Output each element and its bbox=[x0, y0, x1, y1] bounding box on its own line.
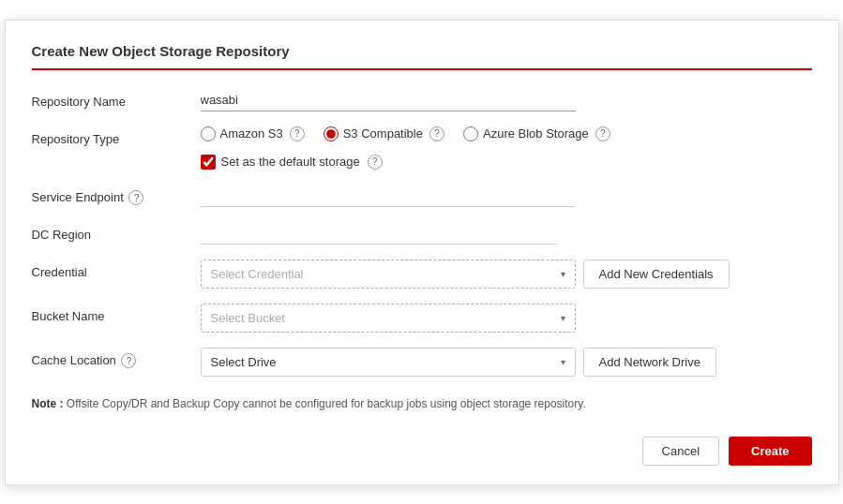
create-storage-dialog: Create New Object Storage Repository Rep… bbox=[5, 20, 839, 485]
credential-content: Select Credential ▾ Add New Credentials bbox=[201, 259, 812, 289]
service-endpoint-content bbox=[201, 185, 812, 207]
bucket-name-content: Select Bucket ▾ bbox=[201, 304, 812, 333]
drive-dropdown[interactable]: Select Drive ▾ bbox=[201, 348, 576, 377]
credential-label: Credential bbox=[32, 259, 201, 279]
repo-type-radio-group: Amazon S3 ? S3 Compatible ? Azure Blob S… bbox=[201, 126, 610, 141]
bucket-dropdown[interactable]: Select Bucket ▾ bbox=[201, 304, 576, 333]
repo-name-content bbox=[201, 89, 812, 111]
credential-row: Credential Select Credential ▾ Add New C… bbox=[32, 259, 812, 289]
repo-name-label: Repository Name bbox=[32, 89, 201, 109]
radio-amazon-s3-label: Amazon S3 bbox=[220, 126, 283, 141]
service-endpoint-label: Service Endpoint ? bbox=[32, 185, 201, 206]
cache-location-label: Cache Location ? bbox=[32, 348, 201, 369]
cancel-button[interactable]: Cancel bbox=[642, 437, 719, 466]
note-content: Offsite Copy/DR and Backup Copy cannot b… bbox=[67, 397, 586, 410]
dc-region-row: DC Region bbox=[32, 222, 812, 245]
note-label: Note : bbox=[32, 397, 64, 410]
radio-azure-blob[interactable]: Azure Blob Storage ? bbox=[463, 126, 610, 141]
dc-region-input[interactable] bbox=[201, 222, 557, 245]
service-endpoint-input[interactable] bbox=[201, 185, 576, 207]
repo-type-content: Amazon S3 ? S3 Compatible ? Azure Blob S… bbox=[201, 126, 812, 170]
footer-buttons: Cancel Create bbox=[32, 429, 812, 466]
cache-location-row: Cache Location ? Select Drive ▾ Add Netw… bbox=[32, 348, 812, 377]
dc-region-label: DC Region bbox=[32, 222, 201, 242]
default-storage-help-icon[interactable]: ? bbox=[368, 155, 383, 170]
cache-location-content: Select Drive ▾ Add Network Drive bbox=[201, 348, 812, 377]
add-credentials-button[interactable]: Add New Credentials bbox=[583, 259, 730, 289]
s3-compatible-help-icon[interactable]: ? bbox=[429, 126, 444, 141]
note-row: Note : Offsite Copy/DR and Backup Copy c… bbox=[32, 392, 812, 410]
bucket-name-row: Bucket Name Select Bucket ▾ bbox=[32, 304, 812, 333]
service-endpoint-help-icon[interactable]: ? bbox=[128, 190, 143, 205]
repo-type-row: Repository Type Amazon S3 ? S3 Compatibl… bbox=[32, 126, 812, 170]
azure-blob-help-icon[interactable]: ? bbox=[595, 126, 610, 141]
default-storage-label[interactable]: Set as the default storage bbox=[221, 155, 360, 169]
repo-name-input[interactable] bbox=[201, 89, 576, 111]
radio-s3-compatible-label: S3 Compatible bbox=[343, 126, 423, 141]
add-network-drive-button[interactable]: Add Network Drive bbox=[583, 348, 716, 377]
default-storage-checkbox[interactable] bbox=[201, 155, 216, 170]
dialog-title: Create New Object Storage Repository bbox=[32, 43, 812, 70]
amazon-s3-help-icon[interactable]: ? bbox=[290, 126, 305, 141]
cache-location-help-icon[interactable]: ? bbox=[121, 353, 136, 368]
bucket-name-label: Bucket Name bbox=[32, 304, 201, 323]
radio-amazon-s3[interactable]: Amazon S3 ? bbox=[201, 126, 305, 141]
dc-region-content bbox=[201, 222, 812, 245]
service-endpoint-row: Service Endpoint ? bbox=[32, 185, 812, 207]
create-button[interactable]: Create bbox=[729, 437, 811, 466]
repo-type-label: Repository Type bbox=[32, 126, 201, 146]
radio-s3-compatible[interactable]: S3 Compatible ? bbox=[324, 126, 444, 141]
default-storage-row: Set as the default storage ? bbox=[201, 155, 812, 170]
radio-azure-blob-label: Azure Blob Storage bbox=[483, 126, 589, 141]
credential-dropdown[interactable]: Select Credential ▾ bbox=[201, 259, 576, 289]
repo-name-row: Repository Name bbox=[32, 89, 812, 111]
